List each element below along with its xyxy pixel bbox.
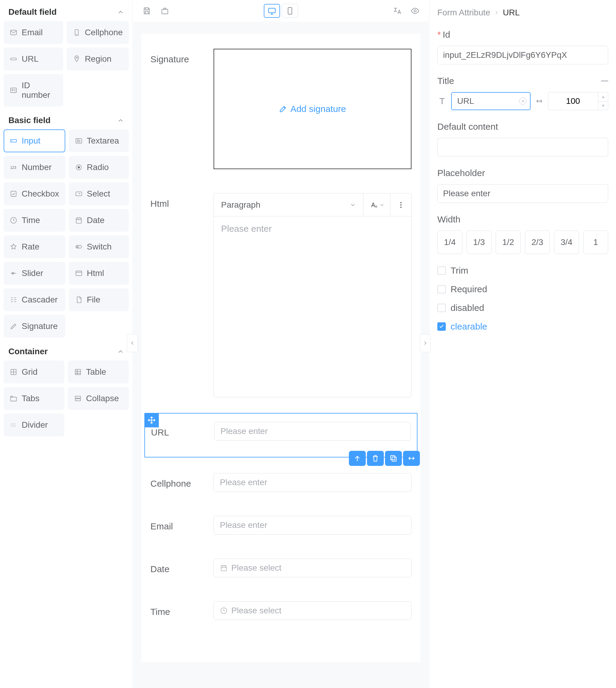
collapse-icon[interactable] [601,81,608,81]
date-input[interactable]: Please select [214,559,412,577]
number-up[interactable]: ▲ [598,92,608,102]
field-tabs[interactable]: Tabs [4,387,64,410]
form-row-date[interactable]: Date Please select [150,559,412,577]
font-style-select[interactable] [363,194,390,216]
field-rate[interactable]: Rate [4,235,65,258]
email-icon [9,28,18,37]
check-required[interactable]: Required [437,284,608,294]
move-up-button[interactable] [349,451,366,466]
id-input[interactable] [437,46,608,64]
swap-button[interactable] [403,451,420,466]
prop-title: Title T ✕ ▲ ▼ [437,76,608,110]
check-disabled[interactable]: disabled [437,303,608,313]
html-editor: Paragraph Please enter [214,193,412,397]
form-row-html[interactable]: Html Paragraph [150,193,412,397]
form-row-time[interactable]: Time Please select [150,601,412,620]
field-id-number[interactable]: ID number [4,74,63,107]
placeholder-input[interactable] [437,184,608,203]
field-input[interactable]: Input [4,129,65,152]
title-input[interactable] [451,92,531,110]
field-cascader[interactable]: Cascader [4,288,65,311]
field-textarea[interactable]: Textarea [69,129,129,152]
pin-icon [73,55,81,63]
field-table[interactable]: Table [68,361,129,383]
open-button[interactable] [157,4,173,18]
check-trim[interactable]: Trim [437,265,608,276]
field-number[interactable]: Number [4,156,65,179]
breadcrumb-root[interactable]: Form Attribute [437,8,490,18]
link-icon [9,55,18,63]
field-signature[interactable]: Signature [4,315,65,338]
preview-button[interactable] [407,4,423,18]
right-collapse-handle[interactable] [420,334,431,352]
field-slider[interactable]: Slider [4,262,65,285]
mobile-view-button[interactable] [282,4,298,18]
swap-icon[interactable] [535,97,544,105]
group-basic-field[interactable]: Basic field [2,111,130,129]
signature-box[interactable]: Add signature [214,49,412,169]
width-1-3[interactable]: 1/3 [466,231,491,254]
form-row-signature[interactable]: Signature Add signature [150,49,412,169]
left-collapse-handle[interactable] [127,334,138,352]
email-input[interactable]: Please enter [214,516,412,535]
select-icon [75,190,83,198]
field-radio[interactable]: Radio [69,156,129,179]
drag-handle[interactable] [145,413,159,427]
pen-icon [9,322,18,330]
field-time[interactable]: Time [4,209,65,232]
canvas-toolbar [132,0,430,22]
width-1-2[interactable]: 1/2 [496,231,521,254]
html-more-button[interactable] [390,194,411,216]
field-label: URL [151,422,208,437]
paragraph-select[interactable]: Paragraph [214,200,363,210]
field-email[interactable]: Email [4,21,63,44]
form-row-cellphone[interactable]: Cellphone Please enter [150,473,412,492]
html-icon [75,270,83,277]
field-cellphone[interactable]: Cellphone [67,21,129,44]
save-button[interactable] [139,4,155,18]
number-down[interactable]: ▼ [598,102,608,110]
field-collapse[interactable]: Collapse [68,387,129,410]
field-html[interactable]: Html [69,262,129,285]
prop-default: Default content [437,122,608,156]
field-divider[interactable]: Divider [4,413,64,436]
field-grid[interactable]: Grid [4,361,64,383]
clock-icon [220,607,228,615]
html-body[interactable]: Please enter [214,216,411,397]
group-container[interactable]: Container [2,343,130,361]
number-icon [9,164,18,171]
field-select[interactable]: Select [69,182,129,205]
check-clearable[interactable]: clearable [437,321,608,332]
group-default-field[interactable]: Default field [2,3,130,21]
field-region[interactable]: Region [67,47,129,70]
default-content-input[interactable] [437,138,608,156]
url-input[interactable]: Please enter [214,422,411,440]
canvas-panel: Signature Add signature Html Paragraph [132,0,430,688]
star-icon [9,243,18,251]
field-checkbox[interactable]: Checkbox [4,182,65,205]
row-actions [349,451,420,466]
form-row-url[interactable]: URL Please enter [145,413,417,457]
language-button[interactable] [389,4,405,18]
form-row-email[interactable]: Email Please enter [150,516,412,535]
width-1-4[interactable]: 1/4 [437,231,462,254]
time-input[interactable]: Please select [214,601,412,620]
width-2-3[interactable]: 2/3 [525,231,550,254]
copy-button[interactable] [385,451,402,466]
signature-action: Add signature [290,104,346,114]
textarea-icon [75,137,83,145]
edit-icon [279,105,287,113]
grid-icon [9,368,18,376]
desktop-view-button[interactable] [264,4,280,18]
field-date[interactable]: Date [69,209,129,232]
collapse-icon [74,394,82,402]
delete-button[interactable] [367,451,384,466]
width-1[interactable]: 1 [583,231,608,254]
chevron-right-icon [494,10,499,15]
width-3-4[interactable]: 3/4 [554,231,579,254]
field-switch[interactable]: Switch [69,235,129,258]
cellphone-input[interactable]: Please enter [214,473,412,492]
clear-icon[interactable]: ✕ [519,98,526,105]
field-url[interactable]: URL [4,47,63,70]
field-file[interactable]: File [69,288,129,311]
